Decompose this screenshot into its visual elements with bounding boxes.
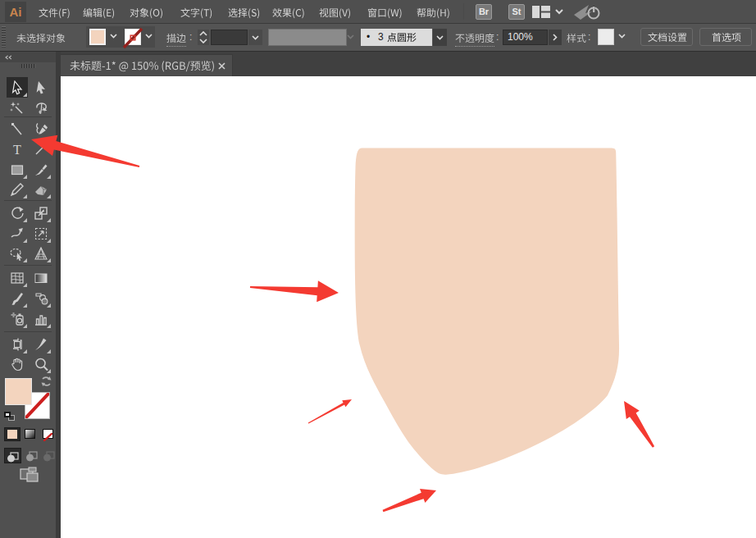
svg-text:T: T [13, 143, 21, 157]
